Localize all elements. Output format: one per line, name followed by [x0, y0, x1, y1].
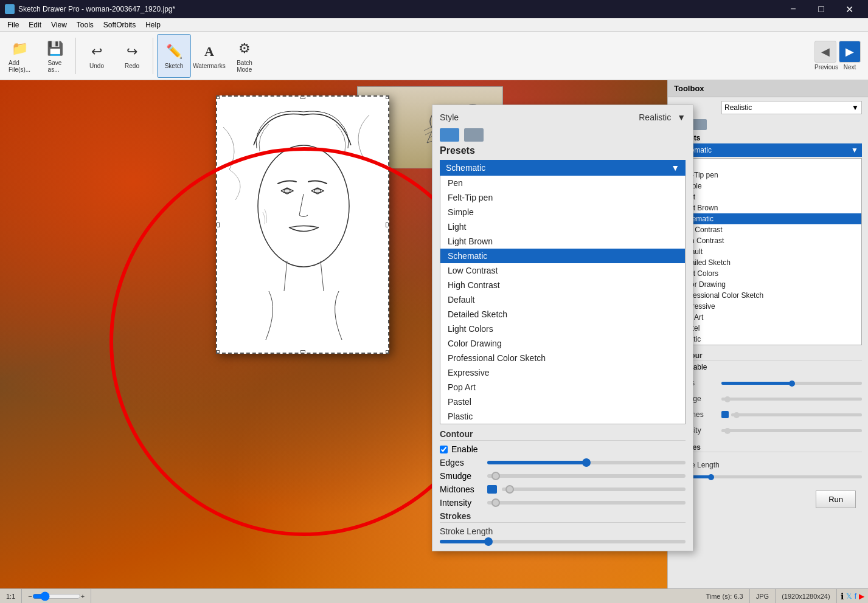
magnified-edges-slider[interactable] — [487, 461, 686, 464]
save-as-button[interactable]: 💾 Saveas... — [38, 34, 72, 78]
resize-handle-br[interactable] — [386, 350, 389, 354]
facebook-icon[interactable]: f — [855, 592, 856, 601]
next-button[interactable]: ▶ — [839, 41, 861, 63]
batch-mode-button[interactable]: ⚙ BatchMode — [227, 34, 262, 78]
preset-light[interactable]: Light — [675, 191, 861, 202]
magnified-enable-checkbox[interactable] — [440, 446, 448, 453]
mag-item-light[interactable]: Light — [440, 219, 685, 234]
minimize-button[interactable]: − — [779, 0, 807, 18]
edges-slider-thumb[interactable] — [789, 381, 795, 387]
presets-list[interactable]: Pen Felt-Tip pen Simple Light Light Brow… — [674, 158, 862, 345]
redo-button[interactable]: ↪ Redo — [115, 34, 149, 78]
preset-felt-tip-pen[interactable]: Felt-Tip pen — [675, 170, 861, 181]
preset-low-contrast[interactable]: Low Contrast — [675, 224, 861, 235]
preset-pastel[interactable]: Pastel — [675, 323, 861, 334]
add-files-button[interactable]: 📁 AddFile(s)... — [2, 34, 36, 78]
magnified-smudge-slider[interactable] — [487, 474, 686, 478]
youtube-icon[interactable]: ▶ — [859, 592, 864, 601]
mag-item-expressive[interactable]: Expressive — [440, 365, 685, 380]
menu-tools[interactable]: Tools — [72, 19, 99, 30]
magnified-stroke-length-thumb[interactable] — [484, 537, 493, 546]
undo-button[interactable]: ↩ Undo — [80, 34, 114, 78]
mag-item-light-colors[interactable]: Light Colors — [440, 322, 685, 336]
magnified-smudge-thumb[interactable] — [491, 472, 500, 480]
watermarks-button[interactable]: A Watermarks — [192, 34, 226, 78]
magnified-intensity-thumb[interactable] — [491, 498, 500, 507]
mag-item-felt-tip-pen[interactable]: Felt-Tip pen — [440, 190, 685, 205]
preset-expressive[interactable]: Expressive — [675, 301, 861, 312]
zoom-slider[interactable] — [32, 593, 81, 600]
preset-schematic[interactable]: Schematic — [675, 213, 861, 224]
magnified-midtones-slider[interactable] — [502, 488, 686, 491]
mag-item-schematic[interactable]: Schematic — [440, 249, 685, 263]
edges-slider[interactable] — [721, 382, 862, 385]
mag-item-light-brown[interactable]: Light Brown — [440, 234, 685, 249]
mag-item-pen[interactable]: Pen — [440, 176, 685, 190]
smudge-slider[interactable] — [721, 398, 862, 401]
zoom-plus[interactable]: + — [81, 593, 85, 600]
sketch-image[interactable] — [216, 95, 389, 354]
magnified-intensity-slider[interactable] — [487, 501, 686, 505]
menu-edit[interactable]: Edit — [24, 19, 46, 30]
magnified-presets-dropdown[interactable]: Schematic ▼ — [440, 160, 686, 176]
presets-dropdown[interactable]: Schematic ▼ — [674, 143, 862, 157]
magnified-edges-thumb[interactable] — [582, 458, 591, 467]
mag-item-simple[interactable]: Simple — [440, 205, 685, 219]
close-button[interactable]: ✕ — [835, 0, 863, 18]
preset-light-colors[interactable]: Light Colors — [675, 268, 861, 279]
menu-help[interactable]: Help — [141, 19, 165, 30]
preset-pop-art[interactable]: Pop Art — [675, 312, 861, 323]
midtones-slider[interactable] — [731, 413, 862, 416]
previous-button[interactable]: ◀ — [814, 41, 836, 63]
intensity-slider-thumb[interactable] — [724, 428, 731, 434]
maximize-button[interactable]: □ — [807, 0, 835, 18]
resize-handle-bl[interactable] — [216, 350, 220, 354]
mag-item-high-contrast[interactable]: High Contrast — [440, 278, 685, 292]
mag-item-plastic[interactable]: Plastic — [440, 409, 685, 424]
menu-file[interactable]: File — [2, 19, 24, 30]
preset-plastic[interactable]: Plastic — [675, 334, 861, 345]
window-controls[interactable]: − □ ✕ — [779, 0, 863, 18]
preset-professional-color-sketch[interactable]: Professional Color Sketch — [675, 290, 861, 301]
preset-detailed-sketch[interactable]: Detailed Sketch — [675, 257, 861, 268]
preset-light-brown[interactable]: Light Brown — [675, 202, 861, 213]
window-title: Sketch Drawer Pro - woman-2003647_1920.j… — [18, 5, 175, 13]
mag-item-color-drawing[interactable]: Color Drawing — [440, 336, 685, 351]
magnified-midtones-thumb[interactable] — [505, 485, 514, 494]
resize-handle-tl[interactable] — [216, 95, 220, 99]
magnified-presets-list[interactable]: Pen Felt-Tip pen Simple Light Light Brow… — [440, 176, 686, 424]
smudge-slider-thumb[interactable] — [724, 396, 731, 402]
mag-item-professional-color-sketch[interactable]: Professional Color Sketch — [440, 351, 685, 365]
resize-handle-tm[interactable] — [300, 95, 305, 99]
twitter-icon[interactable]: 𝕏 — [846, 592, 852, 601]
resize-handle-rm[interactable] — [386, 222, 389, 227]
run-button[interactable]: Run — [816, 491, 856, 508]
preset-color-drawing[interactable]: Color Drawing — [675, 279, 861, 290]
preset-default[interactable]: Default — [675, 246, 861, 257]
resize-handle-bm[interactable] — [300, 350, 305, 354]
menu-softorbits[interactable]: SoftOrbits — [99, 19, 141, 30]
midtones-slider-thumb[interactable] — [734, 412, 740, 418]
style-select[interactable]: Realistic ▼ — [721, 101, 862, 114]
stroke-length-slider[interactable] — [674, 475, 862, 478]
mag-item-default[interactable]: Default — [440, 292, 685, 307]
magnified-style-label: Style — [440, 112, 470, 122]
mag-item-pastel[interactable]: Pastel — [440, 395, 685, 409]
sketch-button[interactable]: ✏️ Sketch — [157, 34, 191, 78]
mag-item-pop-art[interactable]: Pop Art — [440, 380, 685, 395]
mag-item-detailed-sketch[interactable]: Detailed Sketch — [440, 307, 685, 322]
resize-handle-tr[interactable] — [386, 95, 389, 99]
midtones-color-swatch[interactable] — [721, 411, 729, 418]
magnified-stroke-length-slider[interactable] — [440, 540, 686, 543]
mag-item-low-contrast[interactable]: Low Contrast — [440, 263, 685, 278]
resize-handle-lm[interactable] — [216, 222, 220, 227]
batch-mode-icon: ⚙ — [235, 39, 254, 58]
magnified-midtones-swatch[interactable] — [487, 485, 497, 494]
preset-simple[interactable]: Simple — [675, 181, 861, 191]
preset-high-contrast[interactable]: High Contrast — [675, 235, 861, 246]
stroke-length-thumb[interactable] — [708, 474, 714, 480]
menu-view[interactable]: View — [46, 19, 72, 30]
intensity-slider[interactable] — [721, 429, 862, 432]
title-bar: Sketch Drawer Pro - woman-2003647_1920.j… — [0, 0, 868, 18]
preset-pen[interactable]: Pen — [675, 159, 861, 170]
